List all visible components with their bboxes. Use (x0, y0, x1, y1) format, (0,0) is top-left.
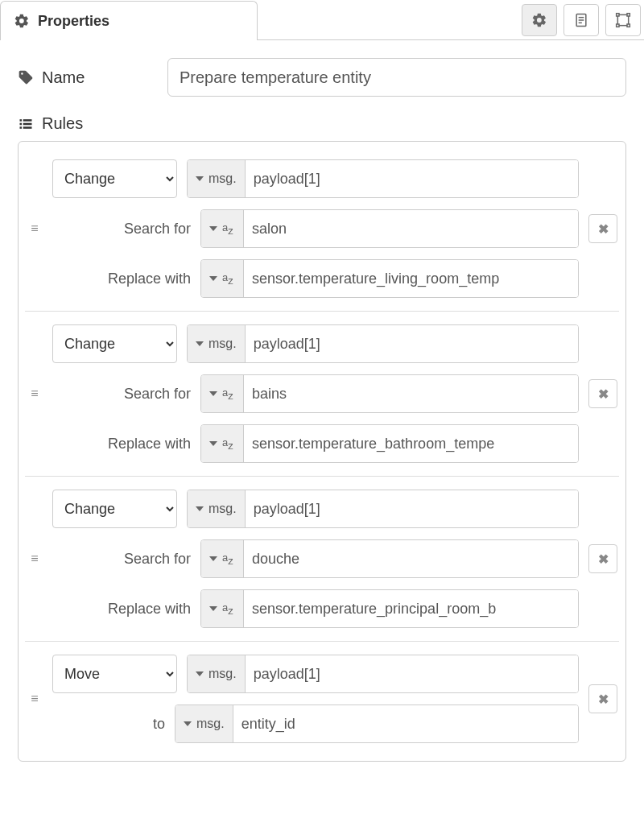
replace-with-label: Replace with (52, 271, 191, 287)
rules-label: Rules (18, 114, 626, 133)
rule-row: ≡ChangeMovemsg.Search forazReplace witha… (25, 477, 619, 642)
svg-rect-10 (23, 119, 32, 122)
type-selector-msg[interactable]: msg. (188, 490, 246, 527)
tab-properties-button[interactable] (522, 4, 557, 36)
tab-appearance-button[interactable] (605, 4, 641, 36)
name-label-text: Name (42, 68, 85, 87)
svg-rect-12 (23, 122, 32, 125)
type-selector-string[interactable]: az (201, 375, 244, 412)
type-selector-msg[interactable]: msg. (188, 325, 246, 362)
rule-action-select[interactable]: ChangeMove (52, 159, 177, 198)
search-input-value[interactable] (244, 210, 578, 247)
svg-rect-6 (627, 14, 630, 16)
rule-row: ≡ChangeMovemsg.Search forazReplace witha… (25, 312, 619, 477)
tab-properties[interactable]: Properties (0, 1, 258, 40)
search-input: az (200, 374, 579, 413)
svg-rect-11 (20, 122, 23, 125)
search-input-value[interactable] (244, 375, 578, 412)
type-selector-string[interactable]: az (201, 210, 244, 247)
replace-with-label: Replace with (52, 436, 191, 452)
drag-handle[interactable]: ≡ (27, 222, 43, 235)
name-label: Name (18, 68, 155, 87)
to-label: to (52, 716, 165, 733)
rule-row: ≡ChangeMovemsg.Search forazReplace witha… (25, 147, 619, 312)
svg-rect-9 (20, 119, 23, 122)
svg-rect-8 (627, 24, 630, 27)
to-input: msg. (175, 705, 579, 743)
search-for-label: Search for (52, 551, 191, 568)
type-selector-msg[interactable]: msg. (175, 705, 233, 742)
to-input-value[interactable] (233, 705, 578, 742)
type-selector-string[interactable]: az (201, 590, 244, 627)
drag-handle[interactable]: ≡ (27, 387, 43, 400)
svg-rect-7 (617, 24, 619, 27)
bounding-box-icon (615, 12, 631, 28)
rules-label-text: Rules (42, 114, 83, 133)
delete-rule-button[interactable]: ✖ (588, 379, 617, 408)
target-input: msg. (187, 324, 579, 363)
tab-bar: Properties (0, 0, 644, 40)
type-selector-msg[interactable]: msg. (188, 655, 246, 692)
search-for-label: Search for (52, 386, 191, 403)
target-input: msg. (187, 655, 579, 693)
drag-handle[interactable]: ≡ (27, 692, 43, 705)
gear-icon (14, 13, 30, 29)
replace-input: az (200, 259, 579, 298)
type-selector-string[interactable]: az (201, 425, 244, 462)
tab-description-button[interactable] (564, 4, 599, 36)
svg-rect-13 (20, 126, 23, 129)
type-selector-string[interactable]: az (201, 260, 244, 297)
drag-handle[interactable]: ≡ (27, 552, 43, 565)
delete-rule-button[interactable]: ✖ (588, 684, 617, 713)
search-input: az (200, 209, 579, 248)
type-selector-string[interactable]: az (201, 540, 244, 577)
delete-rule-button[interactable]: ✖ (588, 214, 617, 243)
replace-input-value[interactable] (244, 260, 578, 297)
gear-icon (531, 12, 547, 28)
replace-input: az (200, 589, 579, 628)
target-input-value[interactable] (246, 325, 578, 362)
svg-rect-5 (617, 14, 619, 16)
rule-row: ≡ChangeMovemsg.tomsg.✖ (25, 642, 619, 756)
target-input-value[interactable] (246, 160, 578, 197)
tag-icon (18, 69, 34, 85)
tab-title: Properties (38, 13, 109, 30)
search-input: az (200, 539, 579, 578)
type-selector-msg[interactable]: msg. (188, 160, 246, 197)
target-input-value[interactable] (246, 490, 578, 527)
rule-action-select[interactable]: ChangeMove (52, 655, 177, 693)
list-icon (18, 116, 34, 132)
replace-input-value[interactable] (244, 425, 578, 462)
search-input-value[interactable] (244, 540, 578, 577)
search-for-label: Search for (52, 221, 191, 238)
name-input[interactable] (167, 58, 626, 97)
rule-action-select[interactable]: ChangeMove (52, 490, 177, 528)
rules-list: ≡ChangeMovemsg.Search forazReplace witha… (18, 141, 626, 762)
delete-rule-button[interactable]: ✖ (588, 544, 617, 573)
target-input-value[interactable] (246, 655, 578, 692)
replace-input: az (200, 424, 579, 463)
document-icon (573, 12, 589, 28)
replace-input-value[interactable] (244, 590, 578, 627)
rule-action-select[interactable]: ChangeMove (52, 324, 177, 363)
svg-rect-14 (23, 126, 32, 129)
target-input: msg. (187, 490, 579, 528)
target-input: msg. (187, 159, 579, 198)
replace-with-label: Replace with (52, 601, 191, 618)
